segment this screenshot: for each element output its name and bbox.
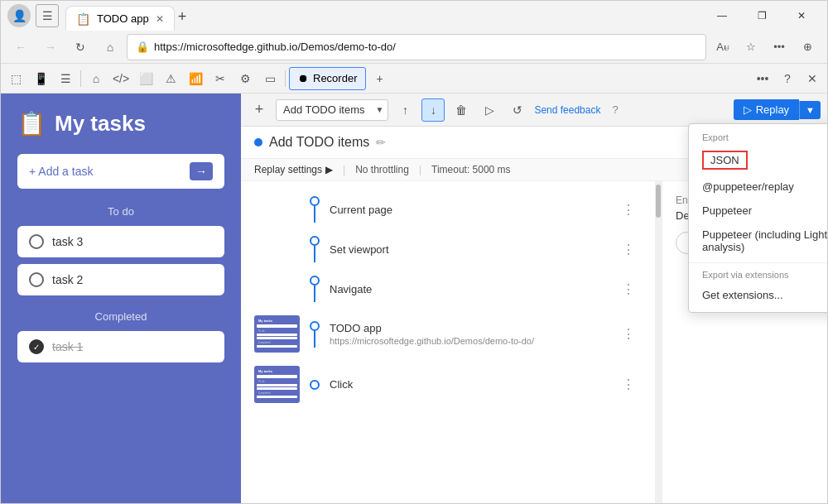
task-3-checkbox[interactable] bbox=[29, 234, 44, 249]
home-dt-icon[interactable]: ⌂ bbox=[84, 67, 108, 90]
step-4-more-button[interactable]: ⋮ bbox=[615, 323, 642, 345]
step-3-title: Navigate bbox=[330, 283, 605, 295]
step-3-more-button[interactable]: ⋮ bbox=[615, 278, 642, 300]
step-4-url: https://microsoftedge.github.io/Demos/de… bbox=[330, 336, 605, 346]
recording-dropdown-arrow[interactable]: ▼ bbox=[372, 105, 388, 114]
step-5-connector bbox=[310, 380, 320, 390]
sidebar-toggle[interactable]: ☰ bbox=[36, 4, 59, 27]
step-2-line bbox=[314, 246, 315, 262]
network-icon[interactable]: ⚠ bbox=[159, 67, 182, 90]
step-5-thumbnail: My tasks To do Completed bbox=[254, 366, 300, 403]
panel-icon[interactable]: ▭ bbox=[258, 67, 282, 90]
todo-header: 📋 My tasks bbox=[17, 110, 224, 137]
loop-button[interactable]: ↺ bbox=[506, 98, 529, 122]
edit-title-icon[interactable]: ✏ bbox=[376, 136, 386, 149]
task-2-checkbox[interactable] bbox=[29, 272, 44, 287]
replay-settings-toggle[interactable]: Replay settings ▶ bbox=[254, 164, 333, 175]
step-1-more-button[interactable]: ⋮ bbox=[615, 199, 642, 221]
device-icon[interactable]: 📱 bbox=[29, 67, 52, 90]
help-feedback-icon[interactable]: ? bbox=[612, 103, 618, 116]
step-1-line bbox=[314, 206, 315, 223]
get-extensions-item[interactable]: Get extensions... bbox=[689, 283, 827, 307]
step-5-more-button[interactable]: ⋮ bbox=[615, 373, 642, 396]
title-bar: 👤 ☰ 📋 TODO app ✕ + — ❐ ✕ bbox=[1, 1, 827, 31]
code-icon[interactable]: </> bbox=[109, 67, 132, 90]
task-item-2[interactable]: task 2 bbox=[17, 264, 224, 295]
export-button[interactable]: ↓ bbox=[421, 98, 445, 122]
settings-icon[interactable]: ⚙ bbox=[233, 67, 257, 90]
extensions-button[interactable]: ⊕ bbox=[794, 34, 821, 60]
scissors-icon[interactable]: ✂ bbox=[209, 67, 232, 90]
export-puppeteer-replay-item[interactable]: @puppeteer/replay bbox=[689, 175, 827, 199]
recorder-tab[interactable]: ⏺ Recorder bbox=[289, 67, 366, 90]
recorder-scrollbar[interactable] bbox=[655, 181, 662, 503]
step-current-page[interactable]: Current page ⋮ bbox=[241, 190, 655, 229]
todo-panel: 📋 My tasks + Add a task → To do task 3 t… bbox=[1, 94, 241, 503]
step-2-connector bbox=[310, 236, 320, 262]
export-puppeteer-lighthouse-item[interactable]: Puppeteer (including Lighthouse analysis… bbox=[689, 223, 827, 259]
step-2-info: Set viewport bbox=[330, 243, 605, 256]
help-icon[interactable]: ? bbox=[776, 67, 799, 90]
step-4-thumbnail: My tasks To do Completed bbox=[254, 315, 300, 353]
json-highlight-label[interactable]: JSON bbox=[702, 151, 748, 170]
toolbar-separator-2 bbox=[285, 70, 286, 87]
recording-selector[interactable]: Add TODO items ▼ bbox=[276, 99, 388, 121]
close-button[interactable]: ✕ bbox=[782, 1, 821, 31]
new-tab-button[interactable]: + bbox=[178, 8, 187, 29]
active-tab[interactable]: 📋 TODO app ✕ bbox=[65, 6, 175, 31]
export-divider bbox=[689, 262, 827, 263]
add-tab-icon[interactable]: + bbox=[368, 67, 391, 90]
tab-close-button[interactable]: ✕ bbox=[156, 13, 164, 25]
add-task-button[interactable]: + Add a task → bbox=[17, 154, 224, 189]
step-2-more-button[interactable]: ⋮ bbox=[615, 238, 642, 261]
scrollbar-thumb[interactable] bbox=[656, 185, 661, 218]
task-3-text: task 3 bbox=[52, 235, 83, 248]
play-icon: ▷ bbox=[744, 103, 752, 116]
task-1-text: task 1 bbox=[52, 340, 83, 353]
task-item-1[interactable]: ✓ task 1 bbox=[17, 331, 224, 362]
maximize-button[interactable]: ❐ bbox=[743, 1, 781, 31]
play-button[interactable]: ▷ bbox=[478, 98, 501, 122]
send-feedback-link[interactable]: Send feedback bbox=[534, 104, 600, 116]
add-recording-button[interactable]: + bbox=[248, 98, 271, 122]
step-click[interactable]: My tasks To do Completed bbox=[241, 359, 655, 410]
profile-icon[interactable]: 👤 bbox=[7, 4, 31, 27]
minimize-button[interactable]: — bbox=[703, 1, 741, 31]
console-icon[interactable]: ⬜ bbox=[134, 67, 157, 90]
search-dt-icon[interactable]: ☰ bbox=[54, 67, 77, 90]
browser-window: 👤 ☰ 📋 TODO app ✕ + — ❐ ✕ ← → ↻ ⌂ 🔒 https… bbox=[0, 0, 828, 504]
delete-button[interactable]: 🗑 bbox=[450, 98, 473, 122]
completed-section: Completed ✓ task 1 bbox=[17, 310, 224, 369]
read-aloud-button[interactable]: Aᵾ bbox=[710, 34, 736, 60]
step-set-viewport[interactable]: Set viewport ⋮ bbox=[241, 229, 655, 269]
task-1-checkbox[interactable]: ✓ bbox=[29, 339, 44, 354]
replay-dropdown-button[interactable]: ▼ bbox=[799, 101, 821, 119]
step-1-connector bbox=[310, 196, 320, 223]
step-1-info: Current page bbox=[330, 204, 605, 216]
export-puppeteer-item[interactable]: Puppeteer bbox=[689, 199, 827, 223]
home-button[interactable]: ⌂ bbox=[97, 34, 123, 60]
export-json-item[interactable]: JSON bbox=[689, 146, 827, 175]
replay-main-button[interactable]: ▷ Replay bbox=[734, 99, 799, 120]
inspect-icon[interactable]: ⬚ bbox=[4, 67, 27, 90]
favorites-button[interactable]: ☆ bbox=[738, 34, 764, 60]
back-button[interactable]: ← bbox=[7, 34, 34, 60]
forward-button[interactable]: → bbox=[37, 34, 64, 60]
task-item-3[interactable]: task 3 bbox=[17, 226, 224, 257]
step-1-title: Current page bbox=[330, 204, 605, 216]
refresh-button[interactable]: ↻ bbox=[67, 34, 94, 60]
recorder-tab-label: Recorder bbox=[313, 72, 357, 84]
todo-app-icon: 📋 bbox=[17, 110, 46, 137]
step-navigate[interactable]: Navigate ⋮ bbox=[241, 269, 655, 309]
url-bar[interactable]: 🔒 https://microsoftedge.github.io/Demos/… bbox=[127, 34, 706, 60]
replay-button-group: ▷ Replay ▼ bbox=[734, 99, 821, 120]
more-button[interactable]: ••• bbox=[766, 34, 792, 60]
close-dt-icon[interactable]: ✕ bbox=[801, 67, 824, 90]
import-button[interactable]: ↑ bbox=[393, 98, 416, 122]
wifi-icon[interactable]: 📶 bbox=[184, 67, 207, 90]
tab-favicon: 📋 bbox=[76, 12, 90, 26]
step-todo-app[interactable]: My tasks To do Completed bbox=[241, 309, 655, 359]
add-task-label: + Add a task bbox=[29, 165, 93, 178]
step-3-dot bbox=[310, 276, 320, 286]
more-dt-icon[interactable]: ••• bbox=[751, 67, 774, 90]
